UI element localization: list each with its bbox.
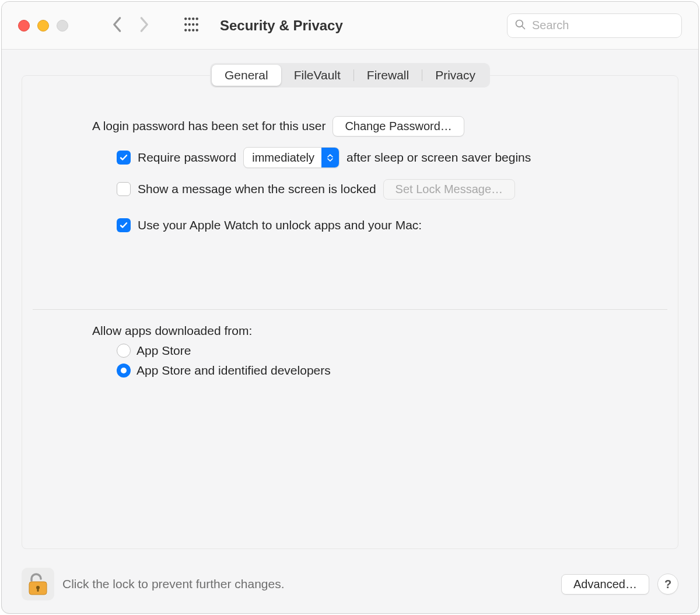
apple-watch-unlock-checkbox[interactable]: [117, 218, 131, 232]
require-password-row: Require password immediately after sleep…: [92, 146, 620, 169]
select-stepper-icon: [321, 148, 339, 167]
tab-firewall[interactable]: Firewall: [354, 65, 422, 86]
tab-label: Privacy: [435, 68, 475, 82]
forward-button[interactable]: [139, 16, 150, 35]
search-icon: [514, 19, 526, 33]
set-lock-message-button: Set Lock Message…: [383, 179, 516, 200]
svg-point-1: [188, 18, 191, 20]
tab-label: Firewall: [367, 68, 409, 82]
login-password-row: A login password has been set for this u…: [92, 114, 620, 138]
content-area: General FileVault Firewall Privacy A log…: [2, 50, 698, 561]
allow-apps-heading: Allow apps downloaded from:: [92, 324, 608, 338]
show-lock-message-checkbox[interactable]: [117, 182, 131, 196]
show-all-icon[interactable]: [184, 17, 199, 34]
svg-point-3: [196, 18, 198, 20]
svg-line-13: [522, 26, 525, 29]
select-value: immediately: [244, 148, 321, 167]
tab-privacy[interactable]: Privacy: [422, 65, 488, 86]
pane-title: Security & Privacy: [220, 18, 343, 34]
radio-label: App Store and identified developers: [136, 364, 331, 378]
require-password-checkbox[interactable]: [117, 151, 131, 165]
unlocked-padlock-icon: [27, 571, 49, 597]
advanced-button[interactable]: Advanced…: [561, 574, 649, 595]
zoom-window-button[interactable]: [57, 20, 68, 32]
back-button[interactable]: [111, 16, 122, 35]
settings-pane: General FileVault Firewall Privacy A log…: [22, 75, 678, 549]
svg-point-0: [184, 18, 187, 20]
close-window-button[interactable]: [18, 20, 30, 32]
radio-row-identified-developers: App Store and identified developers: [117, 364, 608, 378]
apple-watch-row: Use your Apple Watch to unlock apps and …: [92, 214, 620, 237]
require-password-suffix: after sleep or screen saver begins: [346, 151, 531, 165]
button-label: Advanced…: [573, 578, 637, 590]
tab-label: FileVault: [294, 68, 341, 82]
require-password-label: Require password: [138, 151, 236, 165]
svg-point-8: [184, 29, 187, 31]
footer: Click the lock to prevent further change…: [2, 561, 698, 613]
change-password-button[interactable]: Change Password…: [332, 116, 464, 137]
search-input[interactable]: [531, 18, 674, 33]
svg-point-10: [192, 29, 194, 31]
preferences-window: Security & Privacy General FileVault Fir…: [1, 1, 699, 614]
allow-apps-radio-group: App Store App Store and identified devel…: [92, 344, 608, 378]
svg-point-4: [184, 23, 187, 25]
require-password-delay-select[interactable]: immediately: [243, 147, 340, 168]
svg-point-9: [188, 29, 191, 31]
help-button[interactable]: ?: [657, 574, 678, 595]
svg-point-11: [196, 29, 198, 31]
gatekeeper-section: Allow apps downloaded from: App Store Ap…: [22, 324, 678, 378]
tab-strip: General FileVault Firewall Privacy: [210, 63, 490, 88]
radio-label: App Store: [136, 344, 191, 358]
svg-point-5: [188, 23, 191, 25]
tab-label: General: [225, 68, 268, 82]
svg-point-6: [192, 23, 194, 25]
radio-identified-developers[interactable]: [117, 364, 131, 378]
button-label: Set Lock Message…: [396, 183, 503, 195]
toolbar: Security & Privacy: [2, 2, 698, 50]
show-lock-message-label: Show a message when the screen is locked: [138, 182, 376, 196]
radio-app-store[interactable]: [117, 344, 131, 358]
radio-row-app-store: App Store: [117, 344, 608, 358]
question-mark-icon: ?: [664, 578, 671, 591]
show-lock-message-row: Show a message when the screen is locked…: [92, 177, 620, 201]
tab-general[interactable]: General: [212, 65, 281, 86]
minimize-window-button[interactable]: [37, 20, 49, 32]
login-password-text: A login password has been set for this u…: [92, 119, 326, 133]
button-label: Change Password…: [345, 120, 452, 132]
window-traffic-lights: [18, 20, 68, 32]
svg-point-2: [192, 18, 194, 20]
tab-filevault[interactable]: FileVault: [281, 65, 354, 86]
lock-hint-text: Click the lock to prevent further change…: [62, 577, 285, 591]
lock-button[interactable]: [22, 568, 54, 600]
general-form: A login password has been set for this u…: [22, 91, 678, 251]
apple-watch-label: Use your Apple Watch to unlock apps and …: [138, 218, 422, 232]
section-divider: [33, 309, 667, 310]
nav-buttons: [111, 16, 150, 35]
search-field[interactable]: [507, 13, 682, 38]
svg-point-7: [196, 23, 198, 25]
svg-rect-17: [37, 588, 39, 592]
